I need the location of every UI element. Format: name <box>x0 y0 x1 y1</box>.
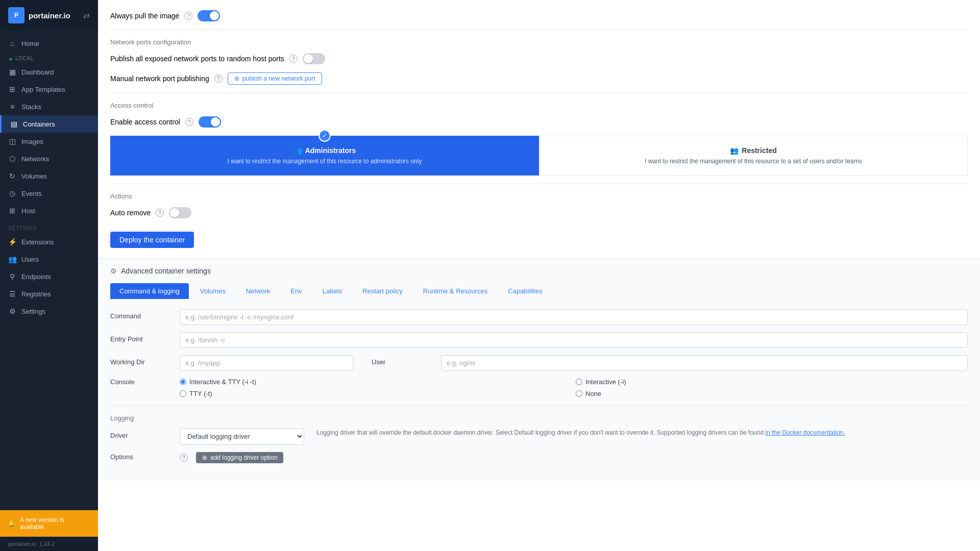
sidebar-item-users[interactable]: 👥 Users <box>0 251 98 268</box>
gear-icon: ⚙ <box>110 267 117 275</box>
sidebar-item-registries[interactable]: ☰ Registries <box>0 285 98 303</box>
console-interactive-tty-radio[interactable] <box>180 379 186 385</box>
sidebar-item-networks[interactable]: ⬡ Networks <box>0 150 98 167</box>
console-tty-radio[interactable] <box>180 390 186 397</box>
always-pull-row: Always pull the image ? <box>110 10 968 21</box>
sidebar-item-label: Extensions <box>21 238 54 246</box>
volumes-icon: ↻ <box>8 172 16 180</box>
restricted-card-title: 👥 Restricted <box>730 146 776 155</box>
sidebar-item-endpoints[interactable]: ⚲ Endpoints <box>0 268 98 285</box>
tab-command-logging[interactable]: Command & logging <box>110 283 189 299</box>
advanced-tabs: Command & logging Volumes Network Env La… <box>110 283 968 299</box>
console-none-option[interactable]: None <box>576 390 968 397</box>
sidebar-item-containers[interactable]: ▤ Containers <box>0 115 98 133</box>
driver-select[interactable]: Default logging driver <box>180 428 304 445</box>
extensions-icon: ⚡ <box>8 238 16 246</box>
advanced-section: ⚙ Advanced container settings Command & … <box>98 258 980 481</box>
always-pull-label: Always pull the image <box>110 12 179 20</box>
auto-remove-label: Auto remove <box>110 209 151 217</box>
home-icon: ⌂ <box>8 39 16 47</box>
stacks-icon: ≡ <box>8 103 16 111</box>
restricted-access-card[interactable]: 👥 Restricted I want to restrict the mana… <box>539 136 968 176</box>
console-interactive-tty-option[interactable]: Interactive & TTY (-i -t) <box>180 378 572 386</box>
publish-new-port-button[interactable]: ⊕ publish a new network port <box>228 72 322 85</box>
new-version-banner[interactable]: 🔔 A new version is available <box>0 510 98 537</box>
always-pull-help-icon[interactable]: ? <box>184 12 192 20</box>
entry-point-input[interactable] <box>180 332 968 348</box>
publish-all-row: Publish all exposed network ports to ran… <box>110 53 968 64</box>
add-logging-option-button[interactable]: ⊕ add logging driver option <box>196 452 283 463</box>
sidebar-logo[interactable]: P portainer.io ⇄ <box>0 0 98 31</box>
dashboard-icon: ▦ <box>8 68 16 76</box>
sidebar-item-settings[interactable]: ⚙ Settings <box>0 303 98 320</box>
tab-labels[interactable]: Labels <box>313 283 351 299</box>
access-control-title: Access control <box>110 102 968 109</box>
working-dir-user-row: Working Dir User <box>110 355 968 371</box>
console-interactive-option[interactable]: Interactive (-i) <box>576 378 968 386</box>
sidebar-item-images[interactable]: ◫ Images <box>0 133 98 150</box>
driver-desc: Logging driver that will override the de… <box>316 428 845 437</box>
manual-port-help-icon[interactable]: ? <box>214 74 223 83</box>
sidebar-item-app-templates[interactable]: ⊞ App Templates <box>0 81 98 98</box>
driver-row: Driver Default logging driver Logging dr… <box>110 428 968 445</box>
host-icon: ⊞ <box>8 207 16 215</box>
sidebar-item-stacks[interactable]: ≡ Stacks <box>0 98 98 115</box>
publish-all-toggle[interactable] <box>303 53 325 64</box>
deploy-container-button[interactable]: Deploy the container <box>110 232 194 248</box>
tab-network[interactable]: Network <box>237 283 280 299</box>
enable-access-row: Enable access control ? <box>110 116 968 128</box>
tab-env[interactable]: Env <box>281 283 311 299</box>
new-version-text: A new version is available <box>20 516 90 531</box>
options-row: Options ? ⊕ add logging driver option <box>110 452 968 463</box>
sidebar-env: ▲ LOCAL <box>0 52 98 63</box>
enable-access-label: Enable access control <box>110 118 180 126</box>
tab-restart-policy[interactable]: Restart policy <box>353 283 412 299</box>
version-label: portainer.io 1.24.2 <box>0 537 98 551</box>
console-none-radio[interactable] <box>576 390 582 397</box>
sidebar-item-events[interactable]: ◷ Events <box>0 185 98 202</box>
enable-access-toggle[interactable] <box>199 116 221 128</box>
main-content: Always pull the image ? Network ports co… <box>98 0 980 551</box>
endpoints-icon: ⚲ <box>8 272 16 281</box>
admin-card-desc: I want to restrict the management of thi… <box>228 158 422 165</box>
sidebar-item-volumes[interactable]: ↻ Volumes <box>0 167 98 185</box>
docker-docs-link[interactable]: in the Docker documentation. <box>765 429 845 436</box>
sidebar-item-home[interactable]: ⌂ Home <box>0 35 98 52</box>
advanced-title: ⚙ Advanced container settings <box>110 267 968 275</box>
sidebar-item-label: Host <box>21 207 35 215</box>
auto-remove-toggle[interactable] <box>169 207 191 218</box>
sidebar-item-extensions[interactable]: ⚡ Extensions <box>0 233 98 251</box>
publish-all-help-icon[interactable]: ? <box>289 55 298 63</box>
env-dot-icon: ▲ <box>8 56 13 61</box>
working-dir-input[interactable] <box>180 355 353 371</box>
driver-label: Driver <box>110 432 172 439</box>
options-help-icon[interactable]: ? <box>180 454 188 462</box>
working-dir-label: Working Dir <box>110 358 172 366</box>
env-label: LOCAL <box>15 55 34 61</box>
top-form-section: Always pull the image ? Network ports co… <box>98 0 980 258</box>
console-tty-option[interactable]: TTY (-t) <box>180 390 572 397</box>
console-interactive-radio[interactable] <box>576 379 582 385</box>
auto-remove-help-icon[interactable]: ? <box>156 209 164 217</box>
settings-section-label: SETTINGS <box>0 219 98 233</box>
options-label: Options <box>110 453 172 461</box>
app-templates-icon: ⊞ <box>8 85 16 93</box>
admin-card-title: 👥 Administrators <box>293 146 356 155</box>
sidebar-item-label: Stacks <box>21 103 41 111</box>
users-icon: 👥 <box>8 255 16 263</box>
always-pull-toggle[interactable] <box>198 10 220 21</box>
command-label: Command <box>110 312 172 320</box>
restricted-icon: 👥 <box>730 146 739 155</box>
sidebar-item-label: App Templates <box>21 86 65 93</box>
portainer-logo-icon: P <box>8 7 24 23</box>
tab-runtime-resources[interactable]: Runtime & Resources <box>414 283 497 299</box>
sidebar-item-host[interactable]: ⊞ Host <box>0 202 98 219</box>
user-input[interactable] <box>441 355 968 371</box>
sidebar-item-dashboard[interactable]: ▦ Dashboard <box>0 63 98 81</box>
command-input[interactable] <box>180 309 968 325</box>
plus-icon: ⊕ <box>234 75 239 82</box>
manual-port-label: Manual network port publishing <box>110 74 209 83</box>
tab-capabilities[interactable]: Capabilities <box>499 283 551 299</box>
enable-access-help-icon[interactable]: ? <box>185 118 193 126</box>
tab-volumes[interactable]: Volumes <box>191 283 235 299</box>
